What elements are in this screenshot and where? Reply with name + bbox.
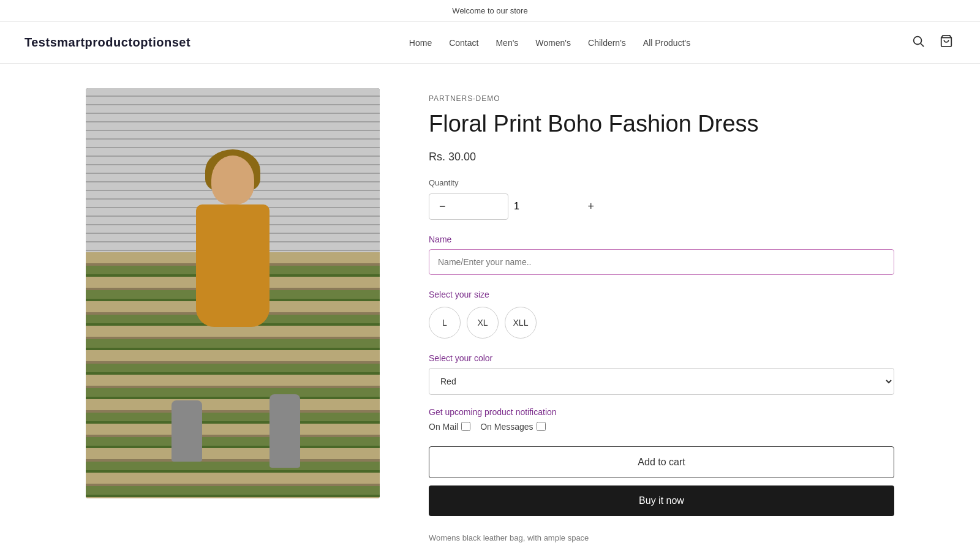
on-mail-label[interactable]: On Mail: [429, 422, 470, 432]
boot-left: [172, 400, 202, 462]
product-image: [86, 88, 380, 498]
notification-link[interactable]: Get upcoming product notification: [429, 407, 894, 417]
product-details: PARTNERS·DEMO Floral Print Boho Fashion …: [429, 88, 894, 542]
header-icons: [909, 32, 956, 53]
product-price: Rs. 30.00: [429, 151, 894, 163]
main-nav: Home Contact Men's Women's Childern's Al…: [409, 37, 690, 48]
nav-link-home[interactable]: Home: [409, 38, 432, 48]
size-options: L XL XLL: [429, 307, 894, 339]
top-banner: Welcome to our store: [0, 0, 980, 22]
nav-link-childrens[interactable]: Childern's: [588, 38, 626, 48]
size-button-xll[interactable]: XLL: [505, 307, 537, 339]
on-messages-checkbox[interactable]: [537, 422, 546, 431]
site-logo[interactable]: Testsmartproductoptionset: [24, 36, 190, 50]
nav-link-womens[interactable]: Women's: [535, 38, 571, 48]
on-mail-checkbox[interactable]: [461, 422, 470, 431]
quantity-increase-button[interactable]: +: [578, 194, 605, 219]
nav-item-contact[interactable]: Contact: [449, 37, 478, 48]
quantity-decrease-button[interactable]: −: [429, 194, 456, 219]
quantity-label: Quantity: [429, 178, 894, 187]
product-image-container: [86, 88, 380, 542]
cart-icon: [940, 34, 953, 48]
on-mail-text: On Mail: [429, 422, 458, 432]
photo-person: [159, 156, 306, 449]
person-head: [211, 156, 254, 204]
on-messages-text: On Messages: [480, 422, 533, 432]
size-label: Select your size: [429, 290, 894, 299]
size-button-l[interactable]: L: [429, 307, 461, 339]
nav-item-all-products[interactable]: All Product's: [643, 37, 690, 48]
quantity-input[interactable]: [456, 201, 578, 212]
nav-link-mens[interactable]: Men's: [496, 38, 518, 48]
buy-now-button[interactable]: Buy it now: [429, 485, 894, 516]
quantity-control: − +: [429, 193, 508, 220]
nav-item-womens[interactable]: Women's: [535, 37, 571, 48]
person-torso: [196, 204, 270, 327]
search-button[interactable]: [909, 32, 927, 53]
main-content: PARTNERS·DEMO Floral Print Boho Fashion …: [61, 64, 919, 551]
nav-list: Home Contact Men's Women's Childern's Al…: [409, 37, 690, 48]
header: Testsmartproductoptionset Home Contact M…: [0, 22, 980, 64]
add-to-cart-button[interactable]: Add to cart: [429, 446, 894, 478]
product-brand: PARTNERS·DEMO: [429, 94, 894, 103]
on-messages-label[interactable]: On Messages: [480, 422, 545, 432]
nav-item-mens[interactable]: Men's: [496, 37, 518, 48]
name-label: Name: [429, 234, 894, 244]
product-title: Floral Print Boho Fashion Dress: [429, 110, 894, 138]
nav-item-home[interactable]: Home: [409, 37, 432, 48]
cart-button[interactable]: [937, 32, 956, 53]
nav-link-all-products[interactable]: All Product's: [643, 38, 690, 48]
banner-text: Welcome to our store: [452, 6, 527, 15]
color-label: Select your color: [429, 353, 894, 363]
search-icon: [911, 34, 925, 48]
product-description-snippet: Womens black leather bag, with ample spa…: [429, 533, 894, 542]
nav-item-childrens[interactable]: Childern's: [588, 37, 626, 48]
svg-line-1: [921, 43, 924, 47]
nav-link-contact[interactable]: Contact: [449, 38, 478, 48]
color-select[interactable]: Red Blue Green Black: [429, 368, 894, 395]
notification-options: On Mail On Messages: [429, 422, 894, 432]
svg-point-0: [914, 37, 922, 45]
boot-right: [270, 394, 300, 468]
name-input[interactable]: [429, 249, 894, 275]
size-button-xl[interactable]: XL: [467, 307, 499, 339]
